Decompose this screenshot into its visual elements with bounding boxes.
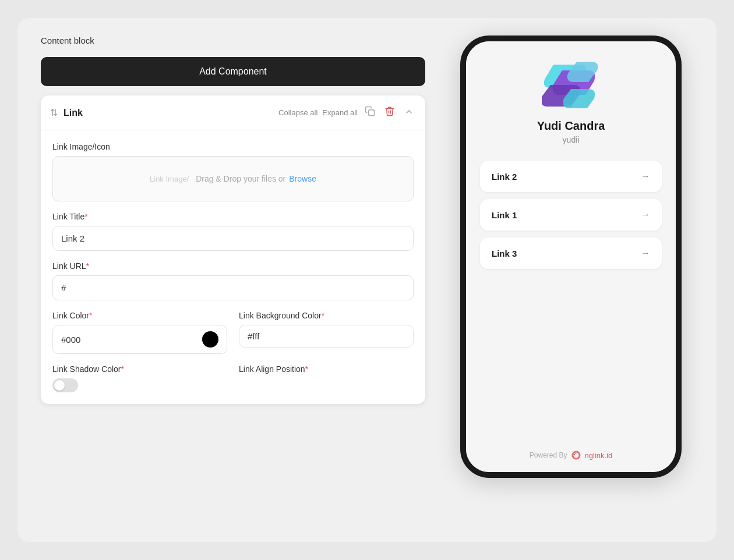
phone-link-item-3[interactable]: Link 3 → [480,238,662,269]
header-actions: Collapse all Expand all [278,104,416,122]
link-color-required: * [89,311,92,320]
link-url-input[interactable] [52,275,414,300]
link-color-label: Link Color* [52,311,227,320]
link-align-required: * [305,364,308,374]
powered-by-brand: nglink.id [585,451,613,460]
main-container: Content block Add Component ⇅ Link Colla… [17,18,717,542]
profile-area: Yudi Candra yudii [537,59,605,144]
link-color-swatch[interactable] [202,331,218,348]
link-arrow-3: → [641,248,650,258]
link-bg-color-input[interactable] [248,331,405,341]
link-arrow-2: → [641,210,650,220]
drag-icon[interactable]: ⇅ [50,107,58,118]
drop-zone-image-label: Link Image/ [150,175,189,183]
link-card: ⇅ Link Collapse all Expand all [41,95,425,404]
link-bg-color-wrapper[interactable] [239,325,414,348]
link-title-required: * [84,212,87,221]
profile-name: Yudi Candra [537,119,605,133]
drop-zone-text: Drag & Drop your files or [196,174,285,183]
link-shadow-required: * [121,364,124,374]
link-url-label: Link URL* [52,261,414,271]
browse-link[interactable]: Browse [289,174,316,183]
powered-by: Powered By nglink.id [530,444,612,460]
link-card-body: Link Image/Icon Link Image/ Drag & Drop … [41,130,425,404]
link-url-required: * [86,261,89,271]
link-card-header: ⇅ Link Collapse all Expand all [41,95,425,130]
link-title-label: Link Title* [52,212,414,221]
link-align-field: Link Align Position* [239,364,414,392]
link-arrow-1: → [641,171,650,182]
collapse-all-label[interactable]: Collapse all [278,108,317,117]
link-shadow-label: Link Shadow Color* [52,364,227,374]
link-shadow-field: Link Shadow Color* [52,364,227,392]
chevron-up-button[interactable] [402,105,416,120]
phone-link-list: Link 2 → Link 1 → Link 3 → [480,161,662,269]
shadow-toggle[interactable] [52,378,78,392]
phone-link-title-3: Link 3 [492,249,517,258]
delete-button[interactable] [382,104,397,122]
left-panel: Content block Add Component ⇅ Link Colla… [41,36,425,404]
image-icon-field: Link Image/Icon Link Image/ Drag & Drop … [52,142,414,201]
link-bg-color-required: * [322,311,324,320]
link-color-wrapper[interactable] [52,325,227,354]
right-panel: Yudi Candra yudii Link 2 → Link 1 → Link… [449,36,693,478]
profile-username: yudii [563,135,580,144]
powered-by-label: Powered By [530,451,567,459]
phone-inner: Yudi Candra yudii Link 2 → Link 1 → Link… [466,41,676,472]
link-color-input[interactable] [61,335,196,345]
phone-link-item-1[interactable]: Link 2 → [480,161,662,192]
link-title-input[interactable] [52,226,414,251]
link-url-field: Link URL* [52,261,414,300]
content-block-label: Content block [41,36,425,45]
link-align-label: Link Align Position* [239,364,414,374]
image-icon-label: Link Image/Icon [52,142,414,151]
link-color-field: Link Color* [52,311,227,354]
link-title-field: Link Title* [52,212,414,251]
svg-rect-0 [369,110,375,116]
link-card-title: Link [63,108,273,118]
phone-link-title-1: Link 2 [492,172,517,182]
phone-link-item-2[interactable]: Link 1 → [480,199,662,231]
bottom-row: Link Shadow Color* Link Align Position* [52,364,414,392]
phone-link-title-2: Link 1 [492,210,517,220]
logo-svg-container [542,59,600,111]
color-row: Link Color* Link Background Color* [52,311,414,354]
nglink-logo-icon [571,450,581,460]
link-bg-color-label: Link Background Color* [239,311,414,320]
link-bg-color-field: Link Background Color* [239,311,414,354]
add-component-button[interactable]: Add Component [41,57,425,86]
phone-mockup: Yudi Candra yudii Link 2 → Link 1 → Link… [460,36,682,478]
expand-all-label[interactable]: Expand all [322,108,358,117]
copy-button[interactable] [362,104,377,122]
shadow-row [52,378,227,392]
drop-zone[interactable]: Link Image/ Drag & Drop your files or Br… [52,156,414,201]
